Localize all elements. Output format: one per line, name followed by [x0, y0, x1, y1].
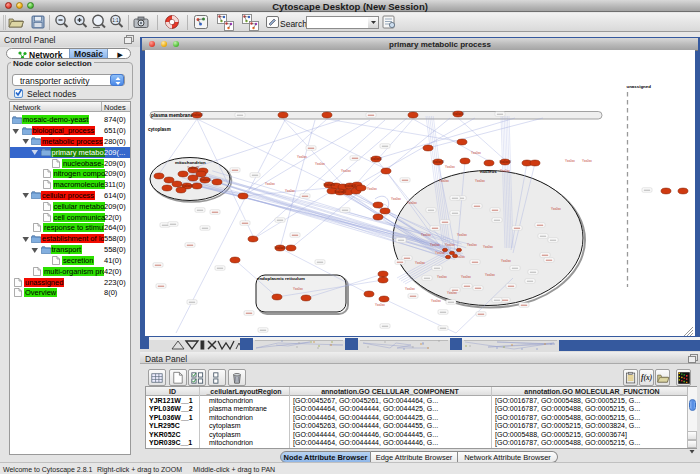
svg-text:Yxx0xx: Yxx0xx: [501, 259, 511, 263]
svg-text:Yxx0xxW: Yxx0xxW: [344, 184, 356, 188]
svg-text:Yxx0xx: Yxx0xx: [285, 189, 295, 193]
svg-text:Yxx0xx: Yxx0xx: [447, 291, 457, 295]
svg-text:Yxx0xx: Yxx0xx: [341, 169, 351, 173]
svg-text:Yxx0xx: Yxx0xx: [293, 287, 303, 291]
svg-text:Yxx0xxW: Yxx0xxW: [334, 190, 346, 194]
svg-text:Yxx0xx: Yxx0xx: [582, 159, 592, 163]
svg-text:Yxx0xxW: Yxx0xxW: [181, 184, 193, 188]
svg-text:Yxx0xxW: Yxx0xxW: [432, 160, 444, 164]
svg-text:Yxx0xx: Yxx0xx: [565, 159, 575, 163]
svg-text:nucleus: nucleus: [480, 169, 497, 174]
svg-text:Yxx0xxW: Yxx0xxW: [274, 246, 286, 250]
svg-text:Yxx0xx: Yxx0xx: [430, 243, 440, 247]
svg-text:Yxx0xx: Yxx0xx: [551, 207, 561, 211]
svg-text:Yxx0xx: Yxx0xx: [483, 245, 493, 249]
svg-text:f(x): f(x): [641, 373, 652, 382]
svg-text:Yxx0xxW: Yxx0xxW: [191, 113, 203, 117]
svg-text:Yxx0xxW: Yxx0xxW: [199, 178, 211, 182]
svg-text:Yxx0xx: Yxx0xx: [405, 287, 415, 291]
svg-text:Yxx0xx: Yxx0xx: [421, 233, 431, 237]
svg-text:Yxx0xxW: Yxx0xxW: [499, 160, 511, 164]
svg-text:Yxx0xx: Yxx0xx: [391, 197, 401, 201]
svg-text:Yxx0xx: Yxx0xx: [457, 233, 467, 237]
svg-text:cytoplasm: cytoplasm: [148, 127, 171, 132]
svg-text:Yxx0xx: Yxx0xx: [437, 275, 447, 279]
svg-text:Yxx0xx: Yxx0xx: [297, 155, 307, 159]
svg-text:Yxx0xx: Yxx0xx: [367, 187, 377, 191]
svg-text:Yxx0xx: Yxx0xx: [439, 179, 449, 183]
svg-text:1:1: 1:1: [112, 18, 119, 23]
svg-text:Yxx0xx: Yxx0xx: [445, 243, 455, 247]
svg-text:Yxx0xx: Yxx0xx: [467, 243, 477, 247]
svg-text:endoplasmic reticulum: endoplasmic reticulum: [257, 276, 305, 281]
svg-text:Yxx0xxW: Yxx0xxW: [452, 112, 464, 116]
svg-text:Yxx0xx: Yxx0xx: [475, 179, 485, 183]
svg-text:mitochondrion: mitochondrion: [175, 160, 206, 165]
svg-text:Yxx0xxW: Yxx0xxW: [187, 166, 199, 170]
svg-text:Yxx0xx: Yxx0xx: [445, 165, 455, 169]
svg-text:Yxx0xx: Yxx0xx: [375, 303, 385, 307]
svg-text:Yxx0xx: Yxx0xx: [485, 273, 495, 277]
svg-text:unassigned: unassigned: [627, 84, 652, 89]
svg-text:Yxx0xx: Yxx0xx: [315, 162, 325, 166]
svg-text:plasma membrane: plasma membrane: [151, 113, 193, 118]
svg-text:Yxx0xx: Yxx0xx: [500, 169, 510, 173]
svg-text:Yxx0xx: Yxx0xx: [461, 275, 471, 279]
svg-text:Yxx0xx: Yxx0xx: [407, 201, 417, 205]
svg-text:Yxx0xxW: Yxx0xxW: [323, 183, 335, 187]
svg-text:Yxx0xx: Yxx0xx: [265, 182, 275, 186]
svg-text:Yxx0xx: Yxx0xx: [471, 151, 481, 155]
svg-text:Yxx0xx: Yxx0xx: [415, 261, 425, 265]
svg-text:Yxx0xx: Yxx0xx: [431, 299, 441, 303]
svg-text:Yxx0xxW: Yxx0xxW: [370, 157, 382, 161]
